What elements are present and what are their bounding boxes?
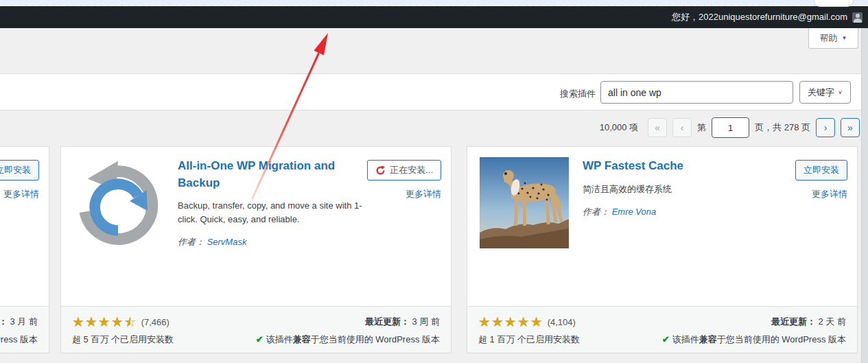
user-avatar-icon[interactable] <box>852 12 863 23</box>
pagination: 10,000 项 « ‹ 第 页，共 278 页 › » <box>0 117 860 139</box>
more-details-link[interactable]: 更多详情 <box>0 188 39 200</box>
installing-button[interactable]: 正在安装... <box>367 160 441 180</box>
page-label-before: 第 <box>697 121 706 134</box>
install-now-button[interactable]: 立即安装 <box>795 160 847 180</box>
plugin-logo-cheetah[interactable] <box>480 157 569 248</box>
plugin-card-wp-fastest-cache: WP Fastest Cache 简洁且高效的缓存系统 作者： Emre Von… <box>467 146 858 353</box>
update-spinner-icon <box>375 165 386 176</box>
account-greeting-link[interactable]: 您好，2022uniquestorefurniture@gmail.com <box>672 11 847 23</box>
rating-count: (4,104) <box>548 317 576 327</box>
next-page-button[interactable]: › <box>816 118 835 137</box>
compatibility-note: ✔该插件兼容于您当前使用的 WordPress 版本 <box>0 333 38 346</box>
card-footer: ☆☆☆☆☆★★★★★ (7,466) 最近更新： 3 周 前 超 5 百万 个已… <box>61 306 451 353</box>
plugin-card-all-in-one-wp-migration: All-in-One WP Migration and Backup Backu… <box>60 146 451 353</box>
help-label: 帮助 <box>820 32 838 45</box>
compatibility-note: ✔该插件兼容于您当前使用的 WordPress 版本 <box>256 333 440 346</box>
check-icon: ✔ <box>256 334 263 344</box>
rating-count: (7,466) <box>141 317 169 327</box>
chevron-down-icon: ∨ <box>838 89 843 95</box>
card-footer: 最近更新： 3 月 前 ✔该插件兼容于您当前使用的 WordPress 版本 <box>0 306 49 353</box>
card-footer: ☆☆☆☆☆★★★★★ (4,104) 最近更新： 2 天 前 超 1 百万 个已… <box>467 306 857 353</box>
more-details-link[interactable]: 更多详情 <box>367 188 441 200</box>
current-page-input[interactable] <box>712 117 749 138</box>
admin-bar: 您好，2022uniquestorefurniture@gmail.com <box>0 6 868 28</box>
more-details-link[interactable]: 更多详情 <box>795 188 847 200</box>
browser-edge-strip <box>0 0 868 6</box>
star-rating: ☆☆☆☆☆★★★★★ (4,104) <box>478 315 576 329</box>
check-icon: ✔ <box>662 334 670 344</box>
plugin-author: 作者： Emre Vona <box>583 206 782 218</box>
plugin-card-clipped: 立即安装 更多详情 最近更新： 3 月 前 ✔该插件兼容于您当前使用的 Word… <box>0 146 49 353</box>
search-input[interactable] <box>600 81 793 104</box>
active-installs: 超 5 百万 个已启用安装数 <box>72 333 174 346</box>
plugin-logo-migration[interactable] <box>73 157 163 248</box>
scrollbar[interactable] <box>861 28 868 363</box>
star-rating: ☆☆☆☆☆★★★★★ (7,466) <box>72 315 169 329</box>
prev-page-button: ‹ <box>672 118 692 137</box>
search-label: 搜索插件 <box>560 88 596 100</box>
plugin-title-link[interactable]: WP Fastest Cache <box>583 158 782 175</box>
active-installs: 超 1 百万 个已启用安装数 <box>478 333 580 346</box>
total-items: 10,000 项 <box>600 121 638 134</box>
plugin-title-link[interactable]: All-in-One WP Migration and Backup <box>178 158 377 191</box>
last-page-button[interactable]: » <box>841 118 860 137</box>
plugin-filter-bar: 搜索插件 关键字 ∨ <box>0 73 868 110</box>
plugin-author: 作者： ServMask <box>178 236 377 248</box>
chevron-down-icon: ▼ <box>842 35 847 41</box>
plugin-description: Backup, transfer, copy, and move a site … <box>178 199 377 226</box>
first-page-button: « <box>648 118 667 137</box>
search-type-select[interactable]: 关键字 ∨ <box>799 81 851 104</box>
compatibility-note: ✔该插件兼容于您当前使用的 WordPress 版本 <box>662 333 846 346</box>
author-link[interactable]: Emre Vona <box>612 207 657 217</box>
last-updated: 最近更新： 2 天 前 <box>771 316 846 328</box>
install-now-button[interactable]: 立即安装 <box>0 160 39 180</box>
browser-pill <box>814 0 854 7</box>
page-label-after: 页，共 278 页 <box>755 121 810 134</box>
help-button[interactable]: 帮助 ▼ <box>808 28 858 49</box>
author-link[interactable]: ServMask <box>207 237 247 247</box>
plugin-description: 简洁且高效的缓存系统 <box>583 183 782 196</box>
last-updated: 最近更新： 3 月 前 <box>0 316 38 328</box>
last-updated: 最近更新： 3 周 前 <box>365 316 440 328</box>
search-type-value: 关键字 <box>808 86 834 99</box>
